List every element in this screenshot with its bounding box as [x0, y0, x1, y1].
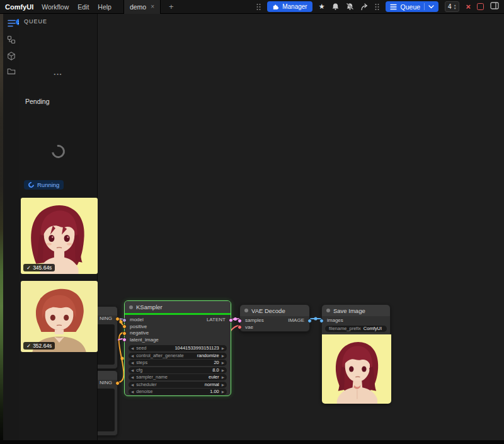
stepper-carets[interactable]: ▲ ▼	[454, 4, 457, 10]
widget-name: filename_prefix	[329, 326, 361, 332]
queue-result-thumbnail-2[interactable]: ✓ 352.64s	[21, 281, 98, 352]
node-ksampler[interactable]: KSampler model LATENT positive negative	[124, 300, 231, 396]
decrement-icon[interactable]: ◀	[131, 389, 134, 395]
widget-value: 10441533993151123	[175, 345, 219, 351]
increment-icon[interactable]: ▶	[222, 374, 224, 380]
pending-section-label[interactable]: Pending	[25, 98, 50, 105]
batch-count-input[interactable]: 4 ▲ ▼	[445, 1, 459, 12]
decrement-icon[interactable]: ◀	[131, 360, 134, 366]
increment-icon[interactable]: ▶	[222, 345, 224, 351]
toggle-panel-icon[interactable]	[490, 2, 499, 11]
share-icon[interactable]	[360, 3, 369, 11]
queue-panel-title: QUEUE	[24, 18, 47, 25]
input-row-samples: samples IMAGE	[240, 317, 309, 324]
node-vae-decode[interactable]: VAE Decode samples IMAGE vae	[239, 304, 310, 332]
widget-sampler-name[interactable]: ◀ sampler_name euler ▶	[129, 374, 227, 380]
workflow-tab-demo[interactable]: demo ×	[123, 0, 161, 14]
widget-filename-prefix[interactable]: filename_prefix ComfyUI	[325, 326, 387, 332]
caret-down-icon[interactable]: ▼	[454, 7, 457, 10]
widget-name: seed	[136, 345, 146, 351]
decrement-icon[interactable]: ◀	[131, 367, 134, 373]
node-save-image[interactable]: Save Image images filename_prefix ComfyU…	[321, 304, 391, 404]
loading-spinner-icon	[49, 142, 67, 161]
node-header[interactable]: KSampler	[125, 301, 231, 313]
check-icon: ✓	[26, 343, 31, 349]
input-slot-negative[interactable]	[122, 331, 127, 336]
decrement-icon[interactable]: ◀	[131, 382, 134, 388]
widget-control-after-generate[interactable]: ◀ control_after_generate randomize ▶	[129, 353, 227, 359]
increment-icon[interactable]: ▶	[222, 360, 224, 366]
output-slot-latent[interactable]	[229, 318, 233, 322]
node-header[interactable]: VAE Decode	[240, 305, 309, 316]
widget-denoise[interactable]: ◀ denoise 1.00 ▶	[129, 389, 227, 395]
input-label: positive	[130, 324, 147, 331]
output-slot-image[interactable]	[307, 319, 312, 323]
queue-button[interactable]: Queue	[386, 1, 439, 12]
menu-edit[interactable]: Edit	[77, 3, 89, 11]
output-label-conditioning: NING	[100, 316, 112, 322]
decrement-icon[interactable]: ◀	[131, 345, 134, 351]
manager-button[interactable]: Manager	[267, 1, 312, 12]
stop-button[interactable]	[477, 3, 484, 10]
menu-workflow[interactable]: Workflow	[42, 3, 69, 11]
node-header[interactable]: Save Image	[322, 305, 390, 316]
output-slot-conditioning[interactable]	[115, 317, 120, 321]
output-slot-conditioning[interactable]	[115, 381, 120, 385]
increment-icon[interactable]: ▶	[222, 353, 224, 359]
menubar: ComfyUI Workflow Edit Help demo × + Mana…	[0, 0, 504, 14]
widget-name: control_after_generate	[136, 353, 183, 359]
sidebar-icon-rail: 2	[3, 14, 19, 444]
drag-handle-icon[interactable]	[375, 3, 379, 11]
increment-icon[interactable]: ▶	[222, 389, 224, 395]
input-slot-images[interactable]	[319, 319, 324, 323]
decrement-icon[interactable]: ◀	[131, 374, 134, 380]
widget-value: ComfyUI	[364, 326, 382, 332]
node-title: Save Image	[333, 307, 365, 314]
collapse-dot-icon[interactable]	[129, 305, 133, 309]
decrement-icon[interactable]: ◀	[131, 353, 134, 359]
chevron-down-icon[interactable]	[428, 5, 434, 9]
more-options-icon[interactable]: ...	[19, 67, 97, 77]
collapse-dot-icon[interactable]	[326, 309, 330, 312]
input-label: model	[130, 317, 144, 324]
increment-icon[interactable]: ▶	[222, 382, 224, 388]
input-slot-vae[interactable]	[238, 325, 242, 329]
tab-label: demo	[130, 3, 146, 11]
output-label-image: IMAGE	[288, 317, 304, 324]
tab-close-icon[interactable]: ×	[151, 3, 154, 10]
bell-icon[interactable]	[331, 3, 340, 11]
menubar-right: Manager ★	[256, 1, 499, 12]
batch-count-value: 4	[448, 3, 452, 10]
node-title: KSampler	[136, 304, 163, 310]
widget-name: cfg	[136, 367, 142, 373]
comfyui-app: ComfyUI Workflow Edit Help demo × + Mana…	[0, 0, 504, 444]
drag-handle-icon[interactable]	[256, 3, 261, 11]
sidebar-item-queue[interactable]: 2	[6, 18, 17, 29]
output-label-latent: LATENT	[207, 317, 226, 324]
running-label: Running	[37, 181, 59, 188]
new-workflow-button[interactable]: +	[169, 3, 174, 11]
output-preview-image[interactable]	[322, 334, 391, 404]
widget-steps[interactable]: ◀ steps 20 ▶	[129, 360, 227, 366]
cancel-run-button[interactable]: ×	[466, 3, 471, 11]
input-row-vae: vae	[240, 324, 309, 331]
input-slot-samples[interactable]	[238, 319, 242, 323]
widget-seed[interactable]: ◀ seed 10441533993151123 ▶	[129, 345, 227, 351]
app-logo[interactable]: ComfyUI	[5, 3, 33, 11]
menu-help[interactable]: Help	[98, 3, 112, 11]
widget-cfg[interactable]: ◀ cfg 8.0 ▶	[129, 367, 227, 373]
star-icon[interactable]: ★	[319, 3, 325, 11]
sidebar-item-models[interactable]	[6, 50, 17, 62]
queue-result-thumbnail-1[interactable]: ✓ 345.64s	[21, 198, 98, 274]
sidebar-item-workflows[interactable]	[6, 34, 17, 45]
widget-value: euler	[209, 374, 219, 380]
bell-slash-icon[interactable]	[346, 3, 354, 11]
input-slot-latent-image[interactable]	[122, 338, 127, 342]
sidebar-item-folder[interactable]	[6, 65, 17, 77]
input-slot-model[interactable]	[122, 318, 127, 322]
input-label: vae	[245, 324, 253, 331]
input-slot-positive[interactable]	[122, 324, 127, 329]
collapse-dot-icon[interactable]	[244, 309, 248, 312]
widget-scheduler[interactable]: ◀ scheduler normal ▶	[129, 382, 227, 388]
increment-icon[interactable]: ▶	[222, 367, 224, 373]
